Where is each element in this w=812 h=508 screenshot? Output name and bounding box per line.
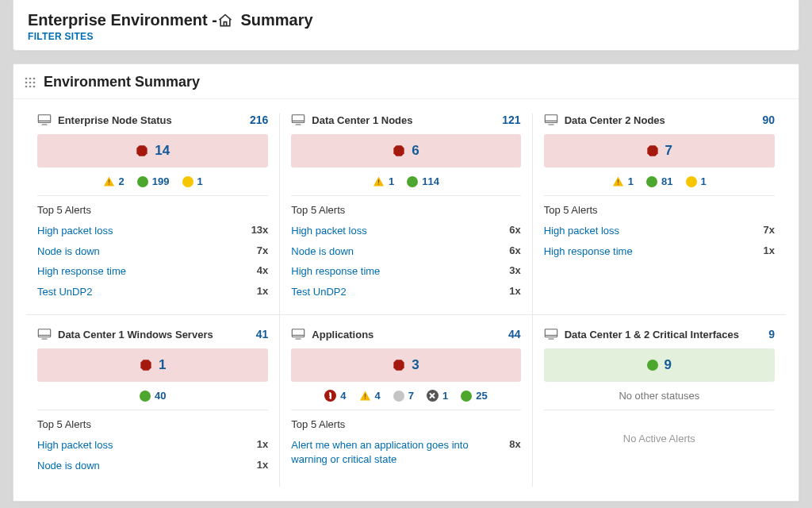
alert-row: Alert me when an application goes into w… [291, 435, 520, 469]
svg-rect-34 [293, 329, 304, 337]
status-item[interactable]: 114 [407, 175, 439, 187]
alert-count: 6x [509, 224, 520, 236]
status-item[interactable]: 7 [393, 390, 414, 402]
alert-count: 1x [509, 285, 520, 297]
svg-rect-39 [364, 394, 365, 397]
status-item[interactable]: 199 [137, 175, 170, 187]
alert-row: Node is down1x [37, 456, 268, 476]
alert-count: 3x [509, 264, 520, 276]
gray-icon [393, 391, 404, 402]
svg-rect-9 [38, 115, 50, 123]
status-item[interactable]: 2 [103, 175, 124, 187]
status-breakdown-empty: No other statuses [544, 388, 775, 410]
status-item[interactable]: 1 [373, 175, 394, 187]
alert-count: 1x [257, 459, 268, 471]
card-total-link[interactable]: 216 [250, 114, 268, 126]
monitor-icon [544, 329, 558, 340]
alert-link[interactable]: High response time [37, 264, 126, 279]
alert-link[interactable]: High response time [291, 264, 380, 279]
warning-icon [612, 176, 624, 187]
summary-card: Data Center 1 Nodes12161114Top 5 AlertsH… [279, 114, 532, 314]
status-item[interactable]: 1 [182, 175, 203, 187]
alert-row: High packet loss6x [291, 221, 520, 241]
hero-status[interactable]: 9 [544, 348, 775, 382]
alert-row: High response time3x [291, 261, 520, 282]
svg-rect-28 [618, 179, 619, 183]
alert-link[interactable]: High packet loss [291, 224, 366, 238]
card-total-link[interactable]: 90 [762, 114, 775, 126]
critical-icon [393, 144, 405, 157]
top-alerts-heading: Top 5 Alerts [291, 204, 520, 216]
hero-status[interactable]: 7 [544, 134, 775, 167]
summary-card: Data Center 1 & 2 Critical Interfaces99N… [533, 314, 786, 487]
panel-title: Environment Summary [13, 64, 799, 99]
alert-link[interactable]: High response time [544, 244, 633, 259]
page-header: Enterprise Environment - Summary FILTER … [13, 0, 799, 51]
alert-count: 4x [257, 264, 268, 276]
status-breakdown: 21991 [37, 174, 268, 196]
critical-icon [646, 144, 659, 157]
card-total-link[interactable]: 41 [256, 328, 269, 341]
disabled-icon [427, 390, 439, 402]
alert-link[interactable]: Node is down [291, 244, 354, 259]
monitor-icon [37, 329, 52, 340]
card-title: Data Center 1 Nodes [291, 114, 412, 126]
critical-bang-icon: ! [324, 390, 336, 402]
monitor-icon [544, 114, 558, 125]
hero-status[interactable]: 6 [291, 134, 520, 167]
status-item[interactable]: 1 [427, 390, 448, 402]
filter-sites-link[interactable]: FILTER SITES [28, 31, 784, 42]
svg-point-7 [29, 85, 32, 87]
svg-rect-30 [38, 329, 50, 337]
card-total-link[interactable]: 9 [768, 328, 775, 341]
hero-status[interactable]: 3 [291, 348, 520, 382]
status-item[interactable]: 25 [461, 390, 487, 402]
alert-count: 1x [764, 244, 775, 256]
card-total-link[interactable]: 121 [502, 114, 520, 126]
alert-link[interactable]: High packet loss [37, 438, 113, 452]
alert-row: Node is down6x [291, 241, 520, 262]
status-breakdown: !447125 [291, 388, 520, 410]
status-breakdown: 1811 [544, 174, 775, 196]
alert-row: High packet loss13x [37, 221, 268, 241]
page-title: Enterprise Environment - Summary [28, 11, 784, 29]
alert-link[interactable]: Test UnDP2 [291, 285, 346, 299]
status-item[interactable]: 1 [612, 175, 634, 187]
alert-link[interactable]: Alert me when an application goes into w… [291, 438, 501, 466]
alert-count: 6x [509, 244, 520, 256]
status-item[interactable]: 4 [359, 390, 381, 402]
top-alerts-heading: Top 5 Alerts [291, 418, 520, 430]
svg-rect-23 [545, 115, 557, 123]
up-icon [140, 391, 151, 402]
alert-count: 7x [764, 224, 775, 236]
alert-row: Test UnDP21x [37, 282, 268, 302]
status-item[interactable]: !4 [324, 390, 346, 402]
status-item[interactable]: 81 [646, 175, 672, 187]
alert-link[interactable]: Test UnDP2 [37, 285, 92, 299]
alert-link[interactable]: High packet loss [37, 224, 113, 238]
drag-icon[interactable] [25, 77, 36, 88]
alert-row: High response time1x [544, 241, 775, 262]
no-active-alerts: No Active Alerts [544, 410, 775, 444]
environment-summary-panel: Environment Summary Enterprise Node Stat… [13, 64, 799, 502]
summary-card: Data Center 2 Nodes9071811Top 5 AlertsHi… [533, 114, 786, 314]
monitor-icon [291, 114, 305, 125]
alert-link[interactable]: High packet loss [544, 224, 619, 238]
svg-point-8 [33, 85, 36, 87]
card-total-link[interactable]: 44 [508, 328, 521, 341]
alert-link[interactable]: Node is down [37, 459, 100, 473]
hero-status[interactable]: 1 [37, 348, 268, 382]
hero-status[interactable]: 14 [37, 134, 268, 167]
unknown-icon [686, 176, 697, 187]
critical-icon [140, 359, 152, 371]
up-icon [407, 176, 418, 187]
svg-rect-14 [108, 179, 109, 183]
status-item[interactable]: 40 [140, 390, 166, 402]
svg-rect-16 [293, 115, 304, 123]
alert-count: 13x [251, 224, 269, 236]
status-item[interactable]: 1 [686, 175, 707, 187]
svg-rect-15 [108, 183, 109, 184]
monitor-icon [291, 329, 305, 340]
alert-link[interactable]: Node is down [37, 244, 100, 259]
card-title: Enterprise Node Status [37, 114, 172, 126]
